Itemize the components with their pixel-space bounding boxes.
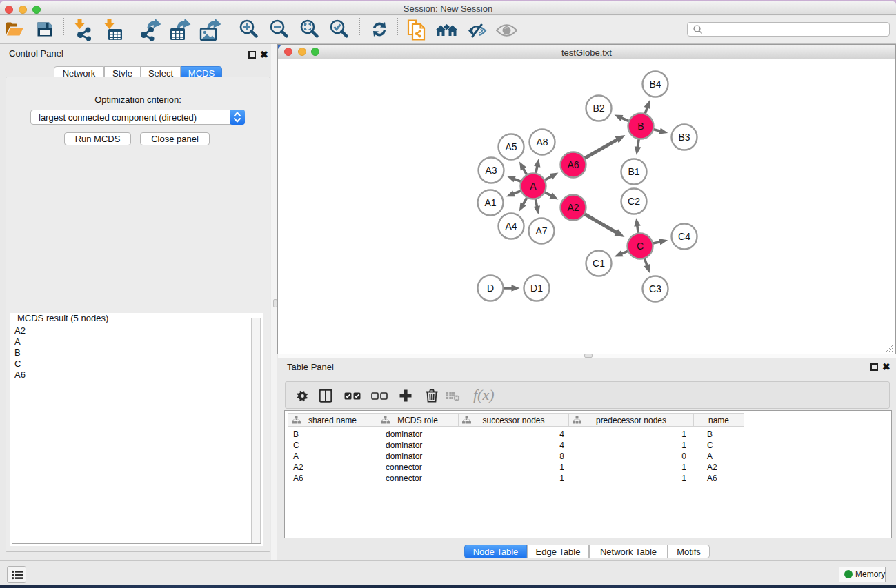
- svg-text:A2: A2: [567, 202, 579, 213]
- svg-text:C2: C2: [628, 196, 640, 207]
- svg-text:C3: C3: [649, 283, 661, 294]
- svg-text:B4: B4: [649, 79, 661, 90]
- svg-text:B1: B1: [628, 166, 639, 177]
- svg-text:A7: A7: [535, 225, 547, 236]
- svg-text:A6: A6: [567, 159, 579, 170]
- svg-text:A4: A4: [505, 221, 517, 232]
- svg-text:A8: A8: [536, 136, 548, 148]
- svg-text:A5: A5: [505, 141, 517, 152]
- svg-text:C1: C1: [593, 258, 605, 269]
- svg-text:D1: D1: [530, 283, 543, 294]
- svg-text:A3: A3: [485, 165, 497, 176]
- svg-text:C: C: [637, 241, 644, 252]
- svg-text:B3: B3: [678, 132, 690, 143]
- svg-text:A1: A1: [484, 197, 496, 208]
- svg-text:B2: B2: [593, 103, 604, 114]
- svg-text:D: D: [487, 283, 494, 294]
- svg-text:B: B: [637, 121, 644, 132]
- svg-text:A: A: [530, 181, 537, 192]
- svg-text:C4: C4: [678, 231, 690, 242]
